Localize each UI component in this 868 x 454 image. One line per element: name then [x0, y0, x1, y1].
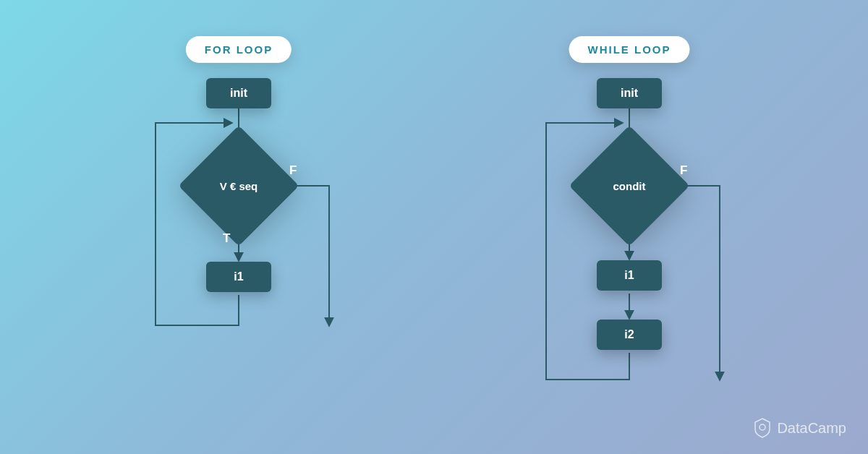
- for-i1-box: i1: [206, 262, 271, 292]
- svg-point-5: [760, 424, 765, 430]
- for-loop-flowchart: FOR LOOP init V € seq T F i1: [116, 36, 362, 412]
- brand-text: DataCamp: [777, 420, 846, 437]
- for-loop-title-pill: FOR LOOP: [186, 36, 292, 63]
- for-init-box: init: [206, 78, 271, 108]
- for-false-label: F: [289, 163, 297, 178]
- while-i1-box: i1: [597, 260, 662, 291]
- shield-icon: [754, 418, 771, 438]
- datacamp-logo: DataCamp: [754, 418, 846, 438]
- while-loop-flowchart: WHILE LOOP init condit F i1 i2: [506, 36, 752, 412]
- while-init-box: init: [597, 78, 662, 108]
- for-condition-diamond: V € seq: [196, 143, 281, 228]
- for-condition-text: V € seq: [196, 143, 281, 228]
- while-condition-text: condit: [587, 143, 672, 228]
- while-i2-box: i2: [597, 320, 662, 350]
- while-loop-title-pill: WHILE LOOP: [569, 36, 690, 63]
- while-false-label: F: [680, 163, 687, 178]
- while-condition-diamond: condit: [587, 143, 672, 228]
- for-true-label: T: [223, 231, 230, 246]
- diagram-container: FOR LOOP init V € seq T F i1: [0, 0, 868, 412]
